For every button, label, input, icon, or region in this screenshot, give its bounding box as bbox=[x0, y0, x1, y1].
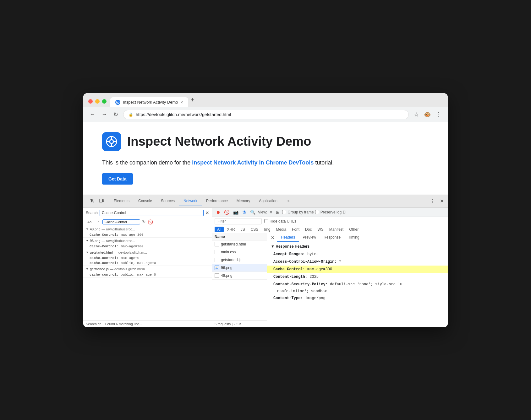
tab-elements[interactable]: Elements bbox=[109, 196, 134, 206]
record-button[interactable]: ⏺ bbox=[215, 209, 222, 215]
tab-headers[interactable]: Headers bbox=[277, 233, 299, 242]
active-tab[interactable]: Inspect Network Activity Demo × bbox=[110, 97, 188, 107]
file-icon-doc bbox=[215, 250, 219, 254]
forward-button[interactable]: → bbox=[100, 110, 108, 119]
group-by-frame-checkbox[interactable] bbox=[282, 210, 286, 214]
bookmark-button[interactable]: ☆ bbox=[413, 110, 420, 119]
filter-media-button[interactable]: Media bbox=[273, 227, 289, 232]
search-regex-button[interactable]: .* bbox=[95, 219, 100, 224]
filter-doc-button[interactable]: Doc bbox=[303, 227, 314, 232]
filter-img-button[interactable]: Img bbox=[261, 227, 273, 232]
header-key: cache-control: bbox=[90, 273, 118, 277]
header-key: Accept-Ranges: bbox=[273, 252, 305, 256]
filter-button[interactable]: ⚗ bbox=[241, 209, 248, 215]
tab-network[interactable]: Network bbox=[179, 196, 202, 206]
preserve-log-label[interactable]: Preserve log bbox=[315, 210, 342, 214]
search-input[interactable] bbox=[100, 210, 204, 216]
search-result-row[interactable]: Cache-Control: max-age=300 bbox=[83, 232, 212, 237]
filter-manifest-button[interactable]: Manifest bbox=[327, 227, 346, 232]
filter-js-button[interactable]: JS bbox=[238, 227, 248, 232]
file-item-96png[interactable]: 96.png bbox=[212, 264, 267, 272]
search-button[interactable]: 🔍 bbox=[249, 209, 257, 215]
search-result-row[interactable]: cache-control: public, max-age=0 bbox=[83, 261, 212, 266]
devtools-more-button[interactable]: ⋮ bbox=[429, 197, 436, 205]
page-description: This is the companion demo for the Inspe… bbox=[102, 159, 429, 167]
svg-point-1 bbox=[118, 102, 118, 103]
clear-button[interactable]: 🚫 bbox=[223, 209, 231, 215]
tab-sources[interactable]: Sources bbox=[156, 196, 179, 206]
device-toolbar-button[interactable] bbox=[98, 197, 105, 205]
header-value: public, max-age=0 bbox=[121, 261, 156, 265]
page-content: Inspect Network Activity Demo This is th… bbox=[83, 122, 448, 195]
filter-input[interactable] bbox=[215, 218, 262, 224]
search-cancel-button[interactable]: 🚫 bbox=[148, 219, 153, 224]
chevron-icon: ▼ bbox=[86, 267, 89, 271]
header-value: max-age=300 bbox=[121, 245, 144, 248]
refresh-button[interactable]: ↻ bbox=[112, 110, 119, 119]
capture-screenshot-button[interactable]: 📷 bbox=[232, 209, 240, 215]
search-options: Aa .* ↻ 🚫 bbox=[83, 218, 212, 226]
back-button[interactable]: ← bbox=[88, 110, 96, 119]
search-result-source: — devtools.glitch.m... bbox=[114, 250, 147, 254]
search-result-header-48png[interactable]: ▼ 48.png — raw.githubuserco... bbox=[83, 226, 212, 232]
file-icon-img bbox=[215, 266, 219, 270]
tab-close-button[interactable]: × bbox=[181, 100, 183, 105]
tab-response[interactable]: Response bbox=[320, 233, 344, 242]
waterfall-view-button[interactable]: ⊞ bbox=[275, 209, 281, 215]
tab-memory[interactable]: Memory bbox=[232, 196, 255, 206]
window-controls bbox=[88, 99, 107, 107]
new-tab-button[interactable]: + bbox=[191, 96, 194, 107]
filter-ws-button[interactable]: WS bbox=[315, 227, 326, 232]
inspect-element-button[interactable] bbox=[88, 197, 96, 205]
maximize-button[interactable] bbox=[102, 99, 107, 104]
tab-application[interactable]: Application bbox=[255, 196, 282, 206]
search-case-sensitive-button[interactable]: Aa bbox=[86, 219, 93, 224]
close-button[interactable] bbox=[88, 99, 93, 104]
filter-all-button[interactable]: All bbox=[215, 227, 224, 232]
more-tabs-button[interactable]: » bbox=[283, 196, 294, 206]
search-clear-button[interactable]: ✕ bbox=[205, 210, 209, 215]
header-row-content-type: Content-Type: image/png bbox=[267, 294, 448, 302]
tab-preview[interactable]: Preview bbox=[299, 233, 320, 242]
devtools-link[interactable]: Inspect Network Activity In Chrome DevTo… bbox=[192, 159, 314, 166]
header-key: cache-control: bbox=[90, 256, 118, 260]
file-item-main-css[interactable]: main.css bbox=[212, 248, 267, 256]
file-item-48png[interactable]: 48.png bbox=[212, 272, 267, 280]
tab-console[interactable]: Console bbox=[134, 196, 156, 206]
devtools-close-button[interactable]: ✕ bbox=[439, 197, 445, 205]
list-view-button[interactable]: ≡ bbox=[268, 209, 273, 215]
file-item-getstarted-html[interactable]: getstarted.html bbox=[212, 240, 267, 248]
search-result-row[interactable]: cache-control: max-age=0 bbox=[83, 256, 212, 261]
header-value: 2325 bbox=[309, 275, 319, 279]
file-item-getstarted-js[interactable]: getstarted.js bbox=[212, 256, 267, 264]
network-type-filter: All XHR JS CSS Img Media Font Doc WS Man… bbox=[212, 226, 448, 233]
search-filter-input[interactable] bbox=[102, 219, 140, 224]
filter-css-button[interactable]: CSS bbox=[248, 227, 261, 232]
response-headers-section[interactable]: ▼ Response Headers bbox=[267, 242, 448, 250]
hide-data-urls-checkbox[interactable] bbox=[264, 219, 268, 223]
headers-close-button[interactable]: ✕ bbox=[270, 234, 276, 241]
get-data-button[interactable]: Get Data bbox=[102, 173, 133, 185]
profile-button[interactable]: 🐵 bbox=[423, 110, 432, 119]
group-by-frame-label[interactable]: Group by frame bbox=[282, 210, 314, 214]
filter-xhr-button[interactable]: XHR bbox=[224, 227, 237, 232]
url-bar[interactable]: 🔒 https://devtools.glitch.me/network/get… bbox=[123, 110, 409, 119]
menu-button[interactable]: ⋮ bbox=[435, 110, 443, 119]
tab-performance[interactable]: Performance bbox=[202, 196, 232, 206]
search-result-row[interactable]: cache-control: public, max-age=0 bbox=[83, 272, 212, 277]
filter-font-button[interactable]: Font bbox=[289, 227, 302, 232]
file-list-header: Name bbox=[212, 233, 267, 240]
file-icon-doc bbox=[215, 273, 219, 278]
search-result-header-getstarted-js[interactable]: ▼ getstarted.js — devtools.glitch.me/n..… bbox=[83, 266, 212, 272]
search-result-header-96png[interactable]: ▼ 96.png — raw.githubusercо... bbox=[83, 238, 212, 244]
search-result-header-getstarted-html[interactable]: ▼ getstarted.html — devtools.glitch.m... bbox=[83, 249, 212, 256]
tab-timing[interactable]: Timing bbox=[344, 233, 363, 242]
search-result-row[interactable]: Cache-Control: max-age=300 bbox=[83, 244, 212, 249]
preserve-log-checkbox[interactable] bbox=[315, 210, 319, 214]
hide-data-urls-text: Hide data URLs bbox=[270, 219, 296, 223]
header-key: Access-Control-Allow-Origin: bbox=[273, 260, 337, 264]
filter-other-button[interactable]: Other bbox=[347, 227, 361, 232]
minimize-button[interactable] bbox=[95, 99, 100, 104]
hide-data-urls-label[interactable]: Hide data URLs bbox=[264, 219, 296, 223]
search-refresh-button[interactable]: ↻ bbox=[142, 219, 146, 224]
